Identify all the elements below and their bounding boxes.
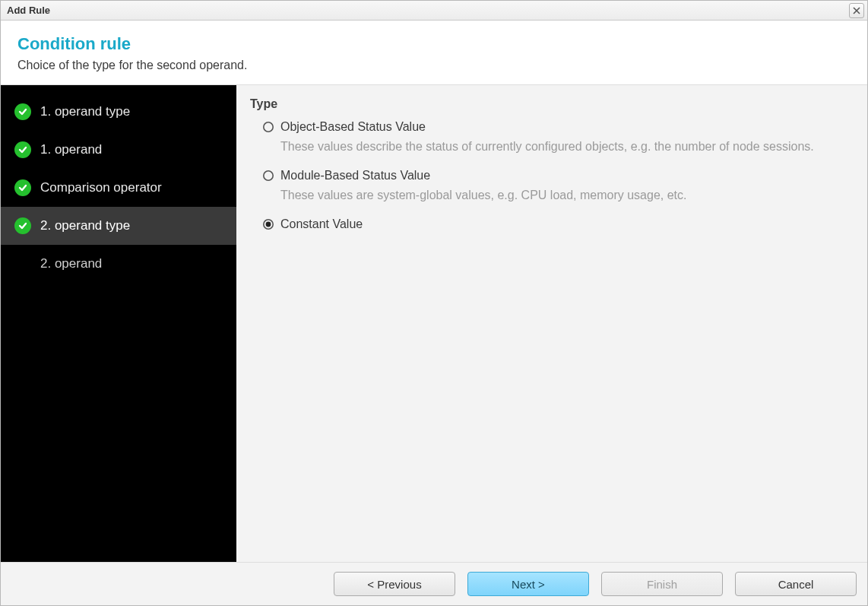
- wizard-header: Condition rule Choice of the type for th…: [1, 21, 867, 85]
- option-module-based-status-value[interactable]: Module-Based Status Value These values a…: [262, 167, 851, 210]
- wizard-body: 1. operand type 1. operand Comparison op…: [1, 85, 867, 563]
- svg-point-3: [264, 171, 273, 180]
- page-title: Condition rule: [17, 34, 851, 54]
- finish-button: Finish: [601, 572, 723, 596]
- step-label: 1. operand type: [40, 104, 130, 119]
- option-label: Module-Based Status Value: [280, 167, 851, 184]
- check-icon: [14, 141, 31, 158]
- step-label: 1. operand: [40, 142, 102, 157]
- option-texts: Constant Value: [280, 216, 851, 233]
- step-label: 2. operand type: [40, 218, 130, 233]
- option-object-based-status-value[interactable]: Object-Based Status Value These values d…: [262, 119, 851, 161]
- step-1-operand[interactable]: 1. operand: [1, 131, 236, 169]
- option-texts: Object-Based Status Value These values d…: [280, 119, 851, 161]
- option-label: Object-Based Status Value: [280, 119, 851, 135]
- previous-button[interactable]: < Previous: [334, 572, 455, 596]
- step-1-operand-type[interactable]: 1. operand type: [1, 93, 236, 131]
- step-comparison-operator[interactable]: Comparison operator: [1, 169, 236, 207]
- next-button[interactable]: Next >: [467, 572, 589, 596]
- option-texts: Module-Based Status Value These values a…: [280, 167, 851, 210]
- option-description: These values are system-global values, e…: [280, 187, 851, 204]
- wizard-footer: < Previous Next > Finish Cancel: [1, 563, 867, 605]
- svg-point-2: [264, 122, 273, 132]
- option-constant-value[interactable]: Constant Value: [262, 216, 851, 233]
- check-icon: [14, 103, 31, 120]
- check-icon: [14, 179, 31, 196]
- radio-unchecked-icon: [262, 170, 274, 182]
- dialog-title: Add Rule: [7, 5, 50, 16]
- add-rule-dialog: Add Rule Condition rule Choice of the ty…: [0, 0, 868, 606]
- page-subtitle: Choice of the type for the second operan…: [17, 59, 851, 72]
- titlebar: Add Rule: [1, 1, 867, 21]
- wizard-steps-sidebar: 1. operand type 1. operand Comparison op…: [1, 85, 236, 562]
- step-2-operand[interactable]: 2. operand: [1, 245, 236, 283]
- cancel-button[interactable]: Cancel: [735, 572, 857, 596]
- wizard-content: Type Object-Based Status Value These val…: [236, 85, 867, 562]
- check-icon: [14, 217, 31, 234]
- step-label: 2. operand: [40, 256, 102, 271]
- type-group-label: Type: [250, 97, 851, 111]
- option-description: These values describe the status of curr…: [280, 138, 851, 155]
- radio-checked-icon: [262, 218, 274, 230]
- close-button[interactable]: [849, 3, 864, 18]
- svg-point-5: [266, 222, 271, 227]
- option-label: Constant Value: [280, 216, 851, 233]
- step-label: Comparison operator: [40, 180, 162, 195]
- step-2-operand-type[interactable]: 2. operand type: [1, 207, 236, 245]
- radio-unchecked-icon: [262, 121, 274, 133]
- close-icon: [853, 7, 860, 14]
